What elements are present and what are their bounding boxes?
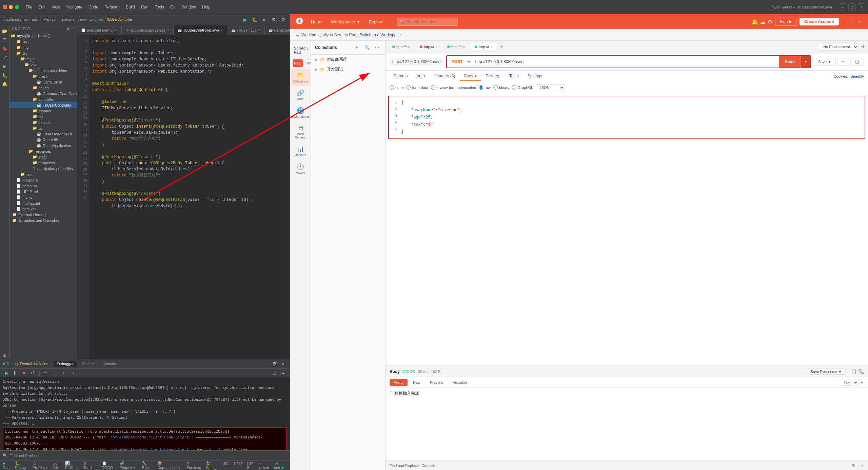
copy-button[interactable]: 📋 <box>850 58 864 65</box>
close-window-btn[interactable]: × <box>858 3 865 11</box>
tree-item-po[interactable]: 📁po <box>9 114 77 119</box>
request-tab-3[interactable]: http://t × <box>443 43 469 50</box>
request-tab-4[interactable]: http://t × <box>471 43 497 50</box>
request-tab-2[interactable]: http://t × <box>416 43 442 50</box>
nav-workspaces[interactable]: Workspaces ▼ <box>328 18 364 26</box>
tree-item-src[interactable]: 📂src <box>9 50 77 56</box>
save-button[interactable]: Save ▼ <box>814 58 836 65</box>
stop-btn[interactable]: ■ <box>260 16 268 23</box>
save-response-button[interactable]: Save Response ▼ <box>807 369 846 375</box>
environment-selector[interactable]: No Environment <box>819 43 859 51</box>
radio-raw-input[interactable] <box>479 85 483 90</box>
tree-item-java[interactable]: 📂java <box>9 62 77 68</box>
response-tab-raw[interactable]: Raw <box>409 379 425 386</box>
tree-item-resources[interactable]: 📂resources <box>9 148 77 154</box>
tree-item-mapper[interactable]: 📁mapper <box>9 108 77 114</box>
close-tab-1[interactable]: × <box>408 45 410 49</box>
tree-item-gencode[interactable]: ☕GeneratorCodeConfig <box>9 91 77 96</box>
git-status[interactable]: ⎇ Git <box>53 461 62 470</box>
pause-btn[interactable]: ⏸ <box>12 369 19 377</box>
json-body-area[interactable]: 12345 { "userName":"ninesun", "age":25, … <box>386 93 868 365</box>
tree-item-helpmd[interactable]: 📄HELP.md <box>9 189 77 194</box>
sidebar-item-environments[interactable]: 🌐 Environments <box>291 104 310 121</box>
maximize-panel-btn[interactable]: □ <box>271 369 278 377</box>
sidebar-item-monitors[interactable]: 📊 Monitors <box>291 143 310 159</box>
close-tab-2[interactable]: × <box>436 45 438 49</box>
menu-git[interactable]: Git <box>167 4 178 10</box>
close-tab-4[interactable]: × <box>491 45 493 49</box>
close-tab-3[interactable]: × <box>463 45 465 49</box>
runner-btn[interactable]: Runner <box>852 464 864 468</box>
sidebar-item-mock-servers[interactable]: 🖥 Mock Servers <box>291 122 310 142</box>
tree-item-gitignore[interactable]: 📄.gitignore <box>9 177 77 183</box>
sidebar-item-apis[interactable]: 🔗 APIs <box>291 87 310 104</box>
tree-item-project[interactable]: 📂 mysql&redis [demo] <box>9 33 77 39</box>
terminal-btn[interactable]: ⊞ Terminal <box>83 461 100 470</box>
debug-tab-actuator[interactable]: Actuator <box>100 361 121 367</box>
menu-code[interactable]: Code <box>86 4 101 10</box>
tree-item-com[interactable]: 📂com.example.demo <box>9 68 77 73</box>
params-tab-body[interactable]: Body ● <box>460 72 481 81</box>
menu-run[interactable]: Run <box>138 4 151 10</box>
create-account-button[interactable]: Create Account <box>800 18 839 25</box>
tree-item-main[interactable]: 📂main <box>9 56 77 62</box>
menu-help[interactable]: Help <box>199 4 213 10</box>
params-tab-headers[interactable]: Headers (8) <box>430 72 459 81</box>
tree-item-service[interactable]: 📁service <box>9 119 77 125</box>
tree-item-mvnwcmd[interactable]: 📄mvnw.cmd <box>9 200 77 206</box>
profiler-btn[interactable]: 📊 Profiler <box>65 461 81 470</box>
debug-status[interactable]: 🐛 Debug <box>15 461 30 470</box>
params-tab-prereq[interactable]: Pre-req. <box>481 72 504 81</box>
radio-urlencoded-input[interactable] <box>431 85 435 90</box>
project-icon[interactable]: 📂 <box>1 27 8 35</box>
build-status-btn[interactable]: 🔧 Build <box>142 461 155 470</box>
run-status[interactable]: ▶ Run <box>3 461 12 470</box>
radio-formdata[interactable]: form-data <box>406 85 428 90</box>
postman-close-btn[interactable]: × <box>856 19 863 25</box>
copy-response-icon[interactable]: 📋 <box>851 369 857 374</box>
tree-settings-icon[interactable]: ⚙ <box>67 27 70 31</box>
cookies-link[interactable]: Cookies <box>834 74 847 78</box>
json-content[interactable]: { "userName":"ninesun", "age":25, "sex":… <box>401 99 462 136</box>
more-collections-btn[interactable]: ⋯ <box>373 43 381 52</box>
tree-item-config[interactable]: 📁config <box>9 85 77 91</box>
step-over-btn[interactable]: ↷ <box>42 369 50 377</box>
tree-item-templates[interactable]: 📁templates <box>9 160 77 166</box>
response-tab-pretty[interactable]: Pretty <box>390 379 408 386</box>
debug-btn[interactable]: 🐛 <box>251 16 258 23</box>
spring-btn[interactable]: 🍃 Spring <box>206 461 220 470</box>
params-tab-auth[interactable]: Auth <box>412 72 429 81</box>
menu-build[interactable]: Build <box>123 4 138 10</box>
radio-binary-input[interactable] <box>493 85 498 90</box>
params-tab-tests[interactable]: Tests <box>505 72 523 81</box>
debug-settings-btn[interactable]: ⚙ <box>271 360 278 368</box>
menu-navigate[interactable]: Navigate <box>64 4 85 10</box>
tree-item-tbusercontroller[interactable]: ☕TbUserController <box>9 102 77 108</box>
step-into-btn[interactable]: ↓ <box>51 369 59 377</box>
tree-item-idea[interactable]: 📁.idea <box>9 39 77 44</box>
find-replace-btn[interactable]: Find and Replace <box>390 464 419 468</box>
add-collection-btn[interactable]: + <box>353 43 361 52</box>
postman-search-input[interactable] <box>397 18 458 26</box>
language-selector[interactable]: JSON Text JavaScript HTML XML <box>536 84 565 91</box>
tree-item-redisutils[interactable]: ☕RedisUtils <box>9 137 77 143</box>
tree-item-mvnw[interactable]: 📄mvnw <box>9 194 77 200</box>
run-cursor-btn[interactable]: ⇥ <box>69 369 76 377</box>
close-tab-controller[interactable]: × <box>220 28 222 32</box>
run-btn[interactable]: ▶ <box>241 16 249 23</box>
tree-item-controller[interactable]: 📂controller <box>9 96 77 102</box>
maximize-btn[interactable] <box>15 5 19 9</box>
close-tab-tbuser[interactable]: × <box>258 28 260 32</box>
minimize-window-btn[interactable]: – <box>839 3 846 11</box>
tree-item-static[interactable]: 📁static <box>9 154 77 160</box>
notifications-icon[interactable]: 🔔 <box>1 80 8 88</box>
settings-icon[interactable]: ⚙ <box>768 19 772 25</box>
tree-item-external-libs[interactable]: 📁External Libraries <box>9 212 77 218</box>
code-editor[interactable]: 1234567891011121314151617181920212223242… <box>77 35 290 359</box>
menu-file[interactable]: File <box>23 4 35 10</box>
response-format-selector[interactable]: Text <box>840 379 859 386</box>
collection-item-supplier[interactable]: ▶ 📁 供应商系统 <box>311 55 385 64</box>
step-out-btn[interactable]: ↑ <box>60 369 67 377</box>
search-response-icon[interactable]: 🔍 <box>858 369 864 374</box>
code-content[interactable]: package com.example.demo.controller; imp… <box>90 35 290 359</box>
